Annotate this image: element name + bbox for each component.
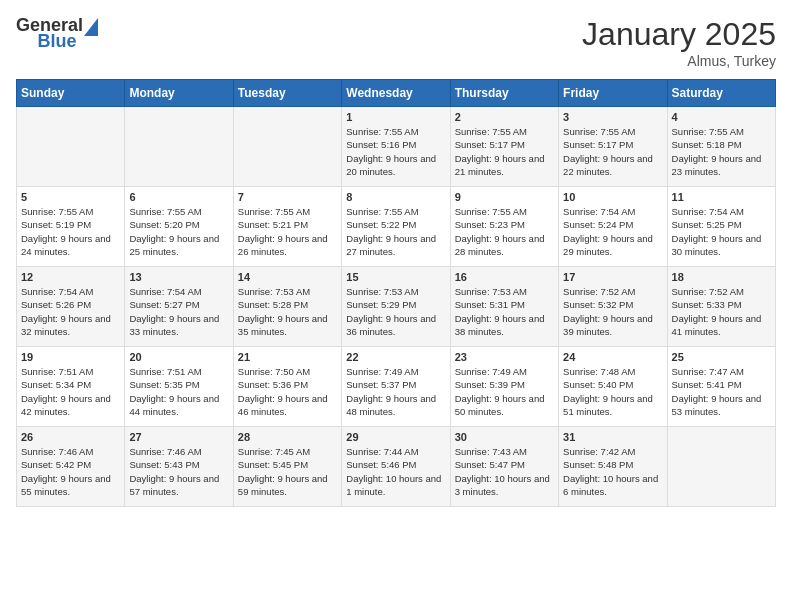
calendar-day-cell (233, 107, 341, 187)
svg-marker-0 (84, 18, 98, 36)
day-number: 4 (672, 111, 771, 123)
day-number: 1 (346, 111, 445, 123)
day-number: 11 (672, 191, 771, 203)
header-wednesday: Wednesday (342, 80, 450, 107)
calendar-day-cell: 13 Sunrise: 7:54 AMSunset: 5:27 PMDaylig… (125, 267, 233, 347)
calendar-day-cell: 18 Sunrise: 7:52 AMSunset: 5:33 PMDaylig… (667, 267, 775, 347)
calendar-day-cell: 16 Sunrise: 7:53 AMSunset: 5:31 PMDaylig… (450, 267, 558, 347)
day-number: 28 (238, 431, 337, 443)
day-detail: Sunrise: 7:51 AMSunset: 5:34 PMDaylight:… (21, 365, 120, 418)
day-detail: Sunrise: 7:54 AMSunset: 5:26 PMDaylight:… (21, 285, 120, 338)
calendar-day-cell: 26 Sunrise: 7:46 AMSunset: 5:42 PMDaylig… (17, 427, 125, 507)
calendar-day-cell (125, 107, 233, 187)
day-detail: Sunrise: 7:46 AMSunset: 5:43 PMDaylight:… (129, 445, 228, 498)
day-number: 26 (21, 431, 120, 443)
calendar-day-cell: 22 Sunrise: 7:49 AMSunset: 5:37 PMDaylig… (342, 347, 450, 427)
day-number: 23 (455, 351, 554, 363)
calendar-day-cell: 31 Sunrise: 7:42 AMSunset: 5:48 PMDaylig… (559, 427, 667, 507)
calendar-day-cell: 25 Sunrise: 7:47 AMSunset: 5:41 PMDaylig… (667, 347, 775, 427)
header-thursday: Thursday (450, 80, 558, 107)
location: Almus, Turkey (582, 53, 776, 69)
header-friday: Friday (559, 80, 667, 107)
day-number: 5 (21, 191, 120, 203)
day-number: 17 (563, 271, 662, 283)
day-number: 14 (238, 271, 337, 283)
calendar-day-cell: 19 Sunrise: 7:51 AMSunset: 5:34 PMDaylig… (17, 347, 125, 427)
calendar-day-cell: 3 Sunrise: 7:55 AMSunset: 5:17 PMDayligh… (559, 107, 667, 187)
day-number: 2 (455, 111, 554, 123)
day-detail: Sunrise: 7:43 AMSunset: 5:47 PMDaylight:… (455, 445, 554, 498)
day-detail: Sunrise: 7:54 AMSunset: 5:27 PMDaylight:… (129, 285, 228, 338)
calendar-week-row: 5 Sunrise: 7:55 AMSunset: 5:19 PMDayligh… (17, 187, 776, 267)
month-title: January 2025 (582, 16, 776, 53)
day-detail: Sunrise: 7:54 AMSunset: 5:24 PMDaylight:… (563, 205, 662, 258)
header-monday: Monday (125, 80, 233, 107)
calendar-day-cell (17, 107, 125, 187)
day-number: 16 (455, 271, 554, 283)
calendar-day-cell: 9 Sunrise: 7:55 AMSunset: 5:23 PMDayligh… (450, 187, 558, 267)
day-number: 25 (672, 351, 771, 363)
day-detail: Sunrise: 7:55 AMSunset: 5:18 PMDaylight:… (672, 125, 771, 178)
calendar-day-cell: 7 Sunrise: 7:55 AMSunset: 5:21 PMDayligh… (233, 187, 341, 267)
day-number: 30 (455, 431, 554, 443)
calendar-day-cell: 28 Sunrise: 7:45 AMSunset: 5:45 PMDaylig… (233, 427, 341, 507)
calendar-day-cell: 4 Sunrise: 7:55 AMSunset: 5:18 PMDayligh… (667, 107, 775, 187)
day-detail: Sunrise: 7:48 AMSunset: 5:40 PMDaylight:… (563, 365, 662, 418)
calendar-day-cell: 30 Sunrise: 7:43 AMSunset: 5:47 PMDaylig… (450, 427, 558, 507)
page-header: General Blue January 2025 Almus, Turkey (16, 16, 776, 69)
calendar-day-cell: 11 Sunrise: 7:54 AMSunset: 5:25 PMDaylig… (667, 187, 775, 267)
day-detail: Sunrise: 7:53 AMSunset: 5:29 PMDaylight:… (346, 285, 445, 338)
day-detail: Sunrise: 7:55 AMSunset: 5:20 PMDaylight:… (129, 205, 228, 258)
day-number: 12 (21, 271, 120, 283)
day-number: 13 (129, 271, 228, 283)
day-detail: Sunrise: 7:45 AMSunset: 5:45 PMDaylight:… (238, 445, 337, 498)
calendar-day-cell: 29 Sunrise: 7:44 AMSunset: 5:46 PMDaylig… (342, 427, 450, 507)
day-detail: Sunrise: 7:42 AMSunset: 5:48 PMDaylight:… (563, 445, 662, 498)
day-number: 20 (129, 351, 228, 363)
day-detail: Sunrise: 7:55 AMSunset: 5:16 PMDaylight:… (346, 125, 445, 178)
calendar-day-cell: 27 Sunrise: 7:46 AMSunset: 5:43 PMDaylig… (125, 427, 233, 507)
calendar-day-cell: 17 Sunrise: 7:52 AMSunset: 5:32 PMDaylig… (559, 267, 667, 347)
day-detail: Sunrise: 7:55 AMSunset: 5:19 PMDaylight:… (21, 205, 120, 258)
day-detail: Sunrise: 7:47 AMSunset: 5:41 PMDaylight:… (672, 365, 771, 418)
header-saturday: Saturday (667, 80, 775, 107)
calendar-day-cell: 12 Sunrise: 7:54 AMSunset: 5:26 PMDaylig… (17, 267, 125, 347)
calendar-day-cell: 5 Sunrise: 7:55 AMSunset: 5:19 PMDayligh… (17, 187, 125, 267)
day-number: 8 (346, 191, 445, 203)
title-block: January 2025 Almus, Turkey (582, 16, 776, 69)
calendar-header-row: SundayMondayTuesdayWednesdayThursdayFrid… (17, 80, 776, 107)
day-detail: Sunrise: 7:53 AMSunset: 5:31 PMDaylight:… (455, 285, 554, 338)
day-number: 18 (672, 271, 771, 283)
day-number: 21 (238, 351, 337, 363)
calendar-day-cell: 8 Sunrise: 7:55 AMSunset: 5:22 PMDayligh… (342, 187, 450, 267)
day-detail: Sunrise: 7:55 AMSunset: 5:23 PMDaylight:… (455, 205, 554, 258)
calendar-table: SundayMondayTuesdayWednesdayThursdayFrid… (16, 79, 776, 507)
day-detail: Sunrise: 7:55 AMSunset: 5:22 PMDaylight:… (346, 205, 445, 258)
calendar-day-cell: 10 Sunrise: 7:54 AMSunset: 5:24 PMDaylig… (559, 187, 667, 267)
day-detail: Sunrise: 7:49 AMSunset: 5:37 PMDaylight:… (346, 365, 445, 418)
day-number: 31 (563, 431, 662, 443)
day-detail: Sunrise: 7:55 AMSunset: 5:17 PMDaylight:… (455, 125, 554, 178)
day-detail: Sunrise: 7:46 AMSunset: 5:42 PMDaylight:… (21, 445, 120, 498)
calendar-week-row: 12 Sunrise: 7:54 AMSunset: 5:26 PMDaylig… (17, 267, 776, 347)
day-number: 27 (129, 431, 228, 443)
day-detail: Sunrise: 7:50 AMSunset: 5:36 PMDaylight:… (238, 365, 337, 418)
calendar-week-row: 19 Sunrise: 7:51 AMSunset: 5:34 PMDaylig… (17, 347, 776, 427)
day-detail: Sunrise: 7:52 AMSunset: 5:32 PMDaylight:… (563, 285, 662, 338)
calendar-day-cell: 2 Sunrise: 7:55 AMSunset: 5:17 PMDayligh… (450, 107, 558, 187)
header-sunday: Sunday (17, 80, 125, 107)
calendar-day-cell: 6 Sunrise: 7:55 AMSunset: 5:20 PMDayligh… (125, 187, 233, 267)
calendar-day-cell (667, 427, 775, 507)
calendar-day-cell: 1 Sunrise: 7:55 AMSunset: 5:16 PMDayligh… (342, 107, 450, 187)
day-number: 22 (346, 351, 445, 363)
day-number: 19 (21, 351, 120, 363)
day-number: 24 (563, 351, 662, 363)
logo: General Blue (16, 16, 98, 52)
calendar-day-cell: 15 Sunrise: 7:53 AMSunset: 5:29 PMDaylig… (342, 267, 450, 347)
calendar-day-cell: 21 Sunrise: 7:50 AMSunset: 5:36 PMDaylig… (233, 347, 341, 427)
header-tuesday: Tuesday (233, 80, 341, 107)
day-detail: Sunrise: 7:44 AMSunset: 5:46 PMDaylight:… (346, 445, 445, 498)
day-detail: Sunrise: 7:49 AMSunset: 5:39 PMDaylight:… (455, 365, 554, 418)
day-number: 7 (238, 191, 337, 203)
day-number: 6 (129, 191, 228, 203)
